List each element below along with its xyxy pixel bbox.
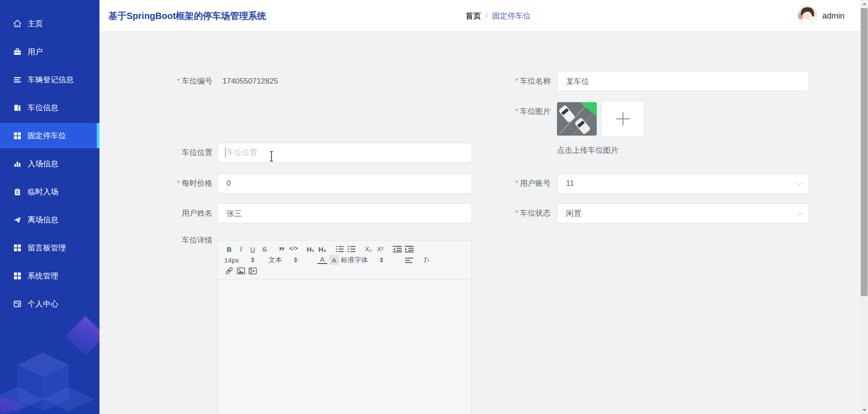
picker-arrows-icon bbox=[380, 257, 383, 263]
parking-name-field bbox=[557, 71, 809, 91]
breadcrumb-home[interactable]: 首页 bbox=[466, 11, 481, 21]
sidebar-item-exit-info[interactable]: 离场信息 bbox=[0, 207, 99, 232]
sidebar-item-parking-info[interactable]: 车位信息 bbox=[0, 95, 99, 120]
video-icon[interactable] bbox=[248, 266, 258, 276]
sidebar-item-vehicle-registration[interactable]: 车辆登记信息 bbox=[0, 67, 99, 92]
text-caret bbox=[225, 147, 226, 157]
bullet-list-button[interactable] bbox=[346, 244, 356, 254]
parking-name-input[interactable] bbox=[557, 72, 809, 91]
sidebar-item-label: 固定停车位 bbox=[28, 131, 66, 141]
field-label-parking-no: *车位编号 bbox=[136, 76, 212, 87]
app-title: 基于SpringBoot框架的停车场管理系统 bbox=[108, 0, 266, 32]
sidebar-item-personal-center[interactable]: 个人中心 bbox=[0, 291, 99, 316]
chevron-down-icon bbox=[797, 180, 802, 186]
ordered-list-button[interactable] bbox=[335, 244, 344, 254]
sidebar-item-temporary-entry[interactable]: 临时入场 bbox=[0, 179, 99, 204]
sidebar-item-system-management[interactable]: 系统管理 bbox=[0, 263, 99, 288]
breadcrumb-separator: / bbox=[486, 11, 488, 20]
parking-no-value: 1740550712825 bbox=[222, 76, 278, 87]
required-mark: * bbox=[515, 77, 518, 85]
parking-status-select[interactable]: 闲置 bbox=[557, 203, 809, 223]
ibeam-cursor bbox=[269, 151, 274, 162]
scrollbar[interactable] bbox=[860, 0, 868, 414]
decorative-cubes bbox=[0, 343, 99, 414]
font-family-value: 标准字体 bbox=[341, 256, 368, 264]
field-label-hourly-price: *每时价格 bbox=[136, 178, 212, 189]
editor-toolbar: B I U S ” </> H₁ H₂ X₂ X² bbox=[218, 240, 472, 279]
field-label-parking-name: *车位名称 bbox=[474, 76, 551, 87]
sidebar-item-label: 留言板管理 bbox=[28, 243, 66, 253]
superscript-button[interactable]: X² bbox=[375, 244, 385, 254]
clear-format-button[interactable]: Tx bbox=[421, 255, 431, 265]
font-family-picker[interactable]: 标准字体 bbox=[341, 256, 394, 264]
scroll-up-button[interactable] bbox=[860, 0, 868, 8]
grid-icon bbox=[13, 271, 22, 280]
editor-content[interactable] bbox=[218, 279, 472, 414]
align-button[interactable] bbox=[404, 255, 414, 265]
sidebar-item-label: 车位信息 bbox=[28, 103, 58, 113]
list-icon bbox=[13, 75, 22, 84]
field-label-parking-detail: 车位详情 bbox=[136, 235, 212, 246]
field-label-parking-image: *车位图片 bbox=[474, 106, 551, 117]
user-account-select[interactable]: 11 bbox=[557, 174, 809, 193]
picker-arrows-icon bbox=[251, 257, 255, 263]
sidebar-item-label: 个人中心 bbox=[28, 299, 58, 309]
subscript-button[interactable]: X₂ bbox=[363, 244, 373, 254]
breadcrumb: 首页 / 固定停车位 bbox=[466, 0, 531, 32]
user-account-value: 11 bbox=[566, 179, 574, 188]
parking-status-value: 闲置 bbox=[566, 208, 581, 219]
header-2-button[interactable]: H₂ bbox=[317, 244, 327, 254]
header-1-button[interactable]: H₁ bbox=[306, 244, 316, 254]
user-menu[interactable]: admin bbox=[797, 0, 844, 32]
field-label-parking-location: 车位位置 bbox=[136, 147, 212, 158]
sidebar-item-entry-info[interactable]: 入场信息 bbox=[0, 151, 99, 176]
page: { "app": { "title": "基于SpringBoot框架的停车场管… bbox=[0, 0, 868, 414]
book-icon bbox=[13, 103, 22, 112]
required-mark: * bbox=[177, 77, 180, 85]
font-size-picker[interactable]: 14px bbox=[224, 256, 264, 264]
window-icon bbox=[13, 299, 22, 308]
upload-button[interactable] bbox=[601, 101, 644, 137]
code-block-button[interactable]: </> bbox=[288, 244, 298, 254]
sidebar-item-label: 离场信息 bbox=[28, 215, 58, 225]
user-name: admin bbox=[822, 11, 844, 21]
scrollbar-thumb[interactable] bbox=[861, 8, 868, 296]
sidebar-item-home[interactable]: 主页 bbox=[0, 11, 99, 36]
sidebar-item-label: 系统管理 bbox=[28, 271, 58, 281]
field-label-user-account: *用户账号 bbox=[474, 178, 551, 189]
grid-icon bbox=[13, 243, 22, 252]
scroll-down-button[interactable] bbox=[860, 406, 868, 414]
sidebar-item-label: 主页 bbox=[28, 19, 43, 29]
avatar[interactable] bbox=[797, 5, 818, 26]
blockquote-button[interactable]: ” bbox=[277, 244, 287, 254]
text-color-button[interactable]: A bbox=[317, 256, 327, 264]
paragraph-style-picker[interactable]: 文本 bbox=[269, 256, 307, 264]
parking-image-thumbnail[interactable] bbox=[557, 102, 597, 136]
field-label-user-name: 用户姓名 bbox=[136, 208, 212, 219]
grid-icon bbox=[13, 131, 22, 140]
bold-button[interactable]: B bbox=[224, 244, 234, 254]
font-size-value: 14px bbox=[224, 256, 239, 264]
hourly-price-input[interactable] bbox=[218, 174, 472, 193]
strikethrough-button[interactable]: S bbox=[259, 244, 269, 254]
clipboard-icon bbox=[13, 187, 22, 196]
required-mark: * bbox=[515, 179, 518, 187]
briefcase-icon bbox=[13, 47, 22, 56]
required-mark: * bbox=[177, 179, 180, 187]
image-icon[interactable] bbox=[236, 266, 246, 276]
sidebar-item-fixed-parking[interactable]: 固定停车位 bbox=[0, 123, 99, 148]
user-name-input[interactable] bbox=[218, 204, 472, 223]
sidebar-item-label: 临时入场 bbox=[28, 187, 58, 197]
link-icon[interactable] bbox=[224, 266, 234, 276]
breadcrumb-current: 固定停车位 bbox=[492, 11, 531, 21]
sidebar: 主页 用户 车辆登记信息 车位信息 固定停车位 入场信息 临时入场 离场信息 bbox=[0, 0, 99, 414]
underline-button[interactable]: U bbox=[248, 244, 258, 254]
outdent-button[interactable] bbox=[392, 244, 402, 254]
italic-button[interactable]: I bbox=[236, 244, 246, 254]
background-color-button[interactable]: A bbox=[329, 255, 339, 265]
parking-location-input[interactable] bbox=[218, 143, 472, 162]
indent-button[interactable] bbox=[404, 244, 414, 254]
sidebar-item-message-board[interactable]: 留言板管理 bbox=[0, 235, 99, 260]
sidebar-item-label: 用户 bbox=[28, 47, 43, 57]
sidebar-item-users[interactable]: 用户 bbox=[0, 39, 99, 64]
